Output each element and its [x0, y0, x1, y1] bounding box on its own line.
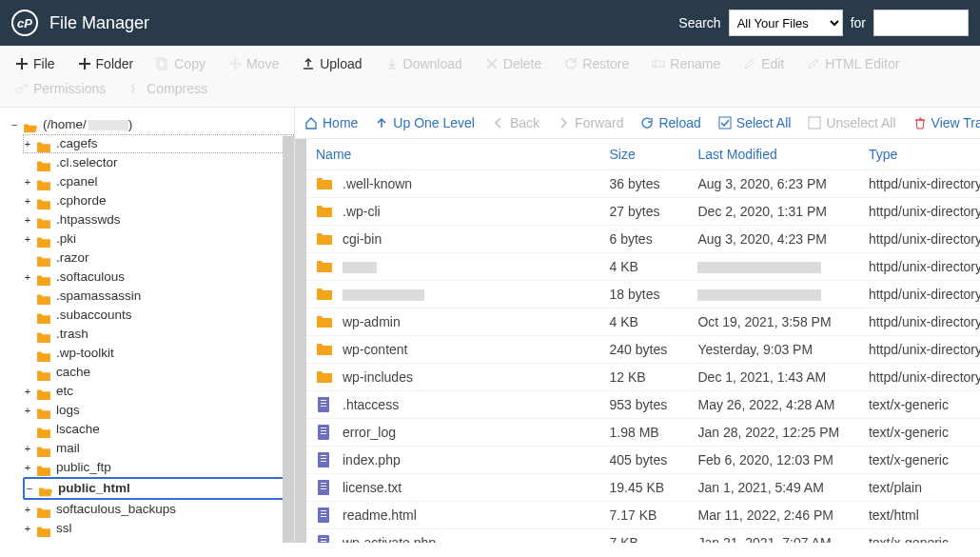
back-icon	[492, 116, 505, 129]
folder-button[interactable]: Folder	[67, 51, 146, 76]
file-toolbar-label: Up One Level	[393, 115, 475, 130]
tree-item-tmp[interactable]: +tmp	[23, 538, 294, 543]
up-button[interactable]: Up One Level	[375, 115, 475, 130]
tree-item-softaculous[interactable]: +.softaculous	[23, 268, 294, 287]
tree-root[interactable]: −(/home/)	[10, 115, 294, 134]
table-row[interactable]: wp-admin4 KBOct 19, 2021, 3:58 PMhttpd/u…	[306, 308, 980, 336]
expand-toggle[interactable]: +	[23, 401, 32, 420]
file-toolbar-label: Back	[510, 115, 539, 130]
folder-icon	[316, 230, 333, 248]
col-size[interactable]: Size	[600, 139, 689, 170]
tree-item-public_html[interactable]: −public_html	[23, 477, 294, 500]
edit-button: Edit	[732, 51, 795, 76]
tree-item-label: .trash	[56, 325, 88, 344]
tree-item-logs[interactable]: +logs	[23, 401, 294, 420]
forward-icon	[557, 116, 570, 129]
toolbar-label: Edit	[761, 56, 784, 71]
table-row[interactable]: readme.html7.17 KBMar 11, 2022, 2:46 PMt…	[306, 502, 980, 529]
col-type[interactable]: Type	[859, 139, 980, 170]
table-row[interactable]: .htaccess953 bytesMay 26, 2022, 4:28 AMt…	[306, 391, 980, 419]
row-type: httpd/unix-directory	[859, 170, 980, 198]
tree-item-cphorde[interactable]: +.cphorde	[23, 191, 294, 210]
expand-toggle[interactable]: +	[23, 538, 32, 543]
search-scope-select[interactable]: All Your Files	[729, 10, 843, 36]
expand-toggle[interactable]: +	[23, 458, 32, 477]
row-type: httpd/unix-directory	[859, 336, 980, 364]
tree-item-public_ftp[interactable]: +public_ftp	[23, 458, 294, 477]
expand-toggle[interactable]: −	[25, 479, 34, 498]
expand-toggle[interactable]: +	[23, 439, 32, 458]
tree-item-spamassassin[interactable]: +.spamassassin	[23, 287, 294, 306]
col-name[interactable]: Name	[306, 139, 600, 170]
table-row[interactable]: wp-content240 bytesYesterday, 9:03 PMhtt…	[306, 336, 980, 364]
expand-toggle[interactable]: +	[23, 500, 32, 519]
row-size: 4 KB	[600, 253, 689, 281]
row-size: 27 bytes	[600, 198, 689, 226]
plus-icon	[15, 57, 29, 70]
tree-item-cagefs[interactable]: +.cagefs	[23, 134, 294, 153]
expand-toggle: +	[23, 363, 32, 382]
table-row[interactable]: license.txt19.45 KBJan 1, 2021, 5:49 AMt…	[306, 474, 980, 502]
selectall-button[interactable]: Select All	[718, 115, 792, 130]
folder-icon	[36, 443, 50, 454]
folder-icon	[316, 258, 333, 275]
table-row[interactable]: wp-activate.php7 KBJan 21, 2021, 7:07 AM…	[306, 529, 980, 544]
expand-toggle[interactable]: +	[23, 134, 32, 153]
row-type: text/x-generic	[859, 391, 980, 419]
table-row[interactable]: .wp-cli27 bytesDec 2, 2020, 1:31 PMhttpd…	[306, 198, 980, 226]
col-modified[interactable]: Last Modified	[688, 139, 858, 170]
reload-button[interactable]: Reload	[640, 115, 700, 130]
expand-toggle[interactable]: +	[23, 172, 32, 191]
expand-toggle[interactable]: +	[23, 210, 32, 229]
tree-item-label: logs	[56, 401, 80, 420]
tree-item-softaculous_backups[interactable]: +softaculous_backups	[23, 500, 294, 519]
tree-item-cpanel[interactable]: +.cpanel	[23, 172, 294, 191]
row-type: text/x-generic	[859, 447, 980, 474]
tree-item-cache[interactable]: +cache	[23, 363, 294, 382]
tree-item-clselector[interactable]: +.cl.selector	[23, 153, 294, 172]
tree-item-razor[interactable]: +.razor	[23, 249, 294, 268]
file-scrollbar[interactable]	[295, 139, 306, 543]
row-modified: Mar 11, 2022, 2:46 PM	[688, 502, 858, 529]
table-row[interactable]: 18 byteshttpd/unix-directory	[306, 281, 980, 308]
tree-item-lscache[interactable]: +lscache	[23, 420, 294, 439]
expand-toggle[interactable]: +	[23, 382, 32, 401]
table-row[interactable]: error_log1.98 MBJan 28, 2022, 12:25 PMte…	[306, 419, 980, 447]
table-row[interactable]: cgi-bin6 bytesAug 3, 2020, 4:23 PMhttpd/…	[306, 226, 980, 253]
table-row[interactable]: index.php405 bytesFeb 6, 2020, 12:03 PMt…	[306, 447, 980, 474]
expand-toggle: +	[23, 344, 32, 363]
tree-item-trash[interactable]: +.trash	[23, 325, 294, 344]
html-icon	[807, 57, 820, 70]
expand-toggle[interactable]: +	[23, 519, 32, 538]
row-name: wp-activate.php	[343, 535, 436, 543]
table-row[interactable]: .well-known36 bytesAug 3, 2020, 6:23 PMh…	[306, 170, 980, 198]
row-modified: Jan 28, 2022, 12:25 PM	[688, 419, 858, 447]
tree-item-wp-toolkit[interactable]: +.wp-toolkit	[23, 344, 294, 363]
home-button[interactable]: Home	[304, 115, 358, 130]
tree-item-label: etc	[56, 382, 73, 401]
table-row[interactable]: wp-includes12 KBDec 1, 2021, 1:43 AMhttp…	[306, 364, 980, 391]
expand-toggle: +	[23, 153, 32, 172]
tree-scrollbar[interactable]	[283, 136, 294, 543]
tree-item-subaccounts[interactable]: +.subaccounts	[23, 306, 294, 325]
folder-icon	[36, 138, 50, 149]
search-input[interactable]	[873, 10, 969, 36]
folder-icon	[36, 348, 50, 359]
expand-toggle[interactable]: +	[23, 191, 32, 210]
expand-toggle[interactable]: +	[23, 268, 32, 287]
folder-tree-pane: −(/home/)+.cagefs+.cl.selector+.cpanel+.…	[0, 108, 295, 543]
tree-item-pki[interactable]: +.pki	[23, 229, 294, 249]
tree-item-ssl[interactable]: +ssl	[23, 519, 294, 538]
file-button[interactable]: File	[4, 51, 67, 76]
expand-toggle: +	[23, 420, 32, 439]
expand-toggle[interactable]: +	[23, 229, 32, 249]
delete-button: Delete	[474, 51, 553, 76]
viewtrash-button[interactable]: View Trash	[913, 115, 980, 130]
tree-item-mail[interactable]: +mail	[23, 439, 294, 458]
tree-item-htpasswds[interactable]: +.htpasswds	[23, 210, 294, 229]
folder-icon	[36, 290, 50, 302]
table-row[interactable]: 4 KBhttpd/unix-directory	[306, 253, 980, 281]
tree-item-etc[interactable]: +etc	[23, 382, 294, 401]
upload-button[interactable]: Upload	[290, 51, 373, 76]
row-size: 1.98 MB	[600, 419, 689, 447]
